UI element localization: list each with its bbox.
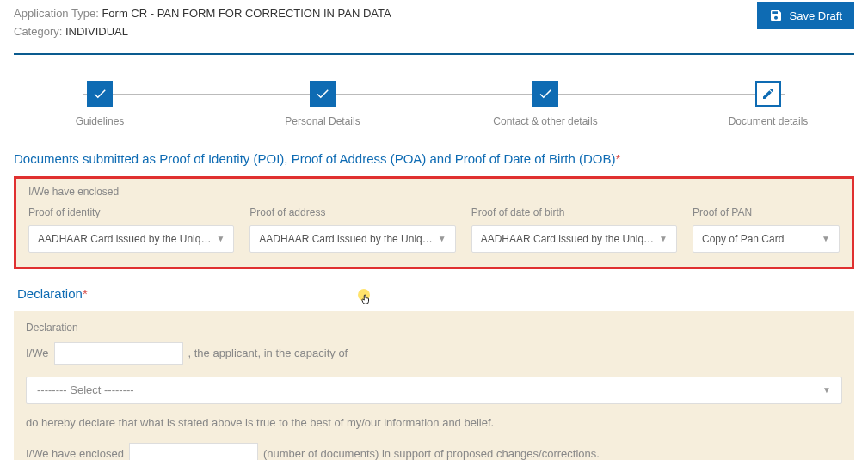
capacity-select[interactable]: -------- Select -------- ▼: [26, 377, 842, 404]
applicant-name-input[interactable]: [54, 342, 183, 365]
proof-address-select[interactable]: AADHAAR Card issued by the Uniq… ▼: [249, 225, 455, 253]
document-count-input[interactable]: [129, 443, 258, 460]
enclosed-text-2: (number of documents) in support of prop…: [263, 447, 600, 460]
category-label: Category:: [14, 25, 65, 38]
divider: [14, 53, 854, 55]
chevron-down-icon: ▼: [822, 234, 830, 243]
chevron-down-icon: ▼: [659, 234, 668, 243]
proof-dob-label: Proof of date of birth: [471, 206, 677, 218]
enclosed-text-1: I/We have enclosed: [26, 447, 124, 460]
enclosed-label: I/We have enclosed: [28, 186, 840, 198]
save-draft-button[interactable]: Save Draft: [757, 2, 854, 29]
capacity-text: , the applicant, in the capacity of: [188, 347, 348, 359]
declaration-subtitle: Declaration: [26, 322, 842, 334]
app-meta: Application Type: Form CR - PAN FORM FOR…: [14, 5, 391, 41]
step-contact-details[interactable]: Contact & other details: [485, 81, 606, 127]
step-label: Guidelines: [76, 115, 125, 127]
proof-address-value: AADHAAR Card issued by the Uniq…: [259, 233, 432, 245]
category-value: INDIVIDUAL: [65, 25, 128, 38]
declaration-panel: Declaration I/We , the applicant, in the…: [14, 311, 854, 460]
proof-pan-select[interactable]: Copy of Pan Card ▼: [693, 225, 840, 253]
capacity-select-placeholder: -------- Select --------: [37, 383, 134, 396]
stepper-line: [83, 94, 785, 95]
step-label: Contact & other details: [493, 115, 597, 127]
declaration-title: Declaration*: [17, 286, 854, 301]
step-personal-details[interactable]: Personal Details: [262, 81, 383, 127]
step-label: Personal Details: [285, 115, 360, 127]
save-icon: [769, 9, 783, 22]
declaration-line-2: I/We have enclosed (number of documents)…: [26, 443, 842, 460]
proof-dob-select[interactable]: AADHAAR Card issued by the Uniq… ▼: [471, 225, 677, 253]
chevron-down-icon: ▼: [216, 234, 225, 243]
proof-dob-value: AADHAAR Card issued by the Uniq…: [481, 233, 654, 245]
proof-pan-value: Copy of Pan Card: [702, 233, 816, 245]
declaration-statement: do hereby declare that what is stated ab…: [26, 416, 842, 429]
step-check-icon: [87, 81, 113, 107]
proof-pan-label: Proof of PAN: [693, 206, 840, 218]
step-label: Document details: [729, 115, 809, 127]
declaration-line-1: I/We , the applicant, in the capacity of: [26, 342, 842, 365]
chevron-down-icon: ▼: [438, 234, 446, 243]
step-document-details[interactable]: Document details: [708, 81, 828, 127]
proof-identity-value: AADHAAR Card issued by the Uniq…: [38, 233, 211, 245]
step-check-icon: [532, 81, 558, 107]
app-type-label: Application Type:: [14, 7, 102, 20]
step-edit-icon: [755, 81, 781, 107]
chevron-down-icon: ▼: [822, 385, 831, 395]
iwe-text: I/We: [26, 347, 49, 359]
proof-identity-select[interactable]: AADHAAR Card issued by the Uniq… ▼: [28, 225, 234, 253]
documents-section-title: Documents submitted as Proof of Identity…: [14, 151, 854, 166]
proof-identity-label: Proof of identity: [28, 206, 234, 218]
stepper: Guidelines Personal Details Contact & ot…: [14, 81, 854, 127]
page-header: Application Type: Form CR - PAN FORM FOR…: [14, 0, 854, 53]
app-type-value: Form CR - PAN FORM FOR CORRECTION IN PAN…: [102, 7, 391, 20]
save-draft-label: Save Draft: [790, 9, 842, 22]
documents-panel: I/We have enclosed Proof of identity AAD…: [14, 176, 854, 269]
step-guidelines[interactable]: Guidelines: [40, 81, 160, 127]
step-check-icon: [310, 81, 336, 107]
proof-address-label: Proof of address: [249, 206, 455, 218]
